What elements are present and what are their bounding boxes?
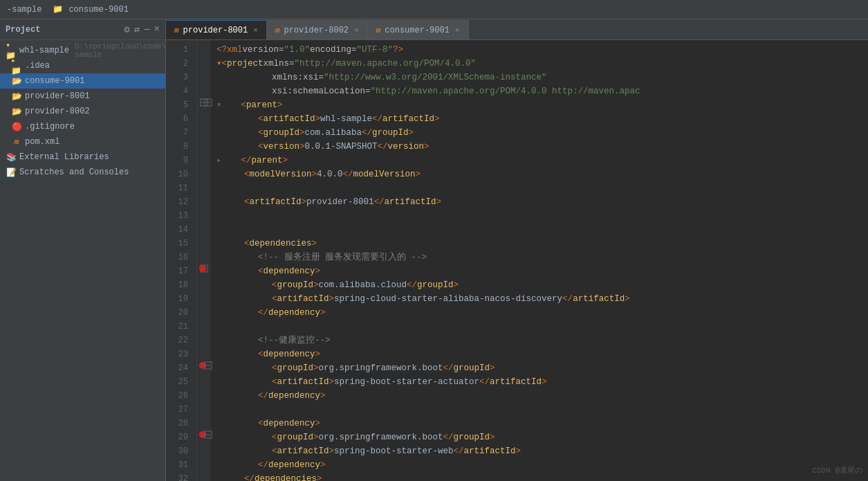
breakpoint-icon-17[interactable] [197,262,208,275]
line-num-2: 2 [166,57,194,71]
code-content[interactable]: <?xml version="1.0" encoding="UTF-8"?> ▾… [211,40,868,481]
tab-icon-consumer-9001: m [376,26,381,35]
sidebar-layout-btn[interactable]: ⇄ [134,24,140,35]
sidebar-item-gitignore[interactable]: 🔴 .gitignore [0,119,165,134]
sidebar-item-scratches[interactable]: 📝 Scratches and Consoles [0,165,165,180]
line-num-1: 1 [166,43,194,57]
xml-icon: m [11,136,22,147]
sidebar-close-btn[interactable]: × [154,24,160,35]
line-num-20: 20 [166,306,194,320]
tab-consumer-9001[interactable]: m consumer-9001 × [368,20,469,39]
line-num-24: 24 [166,361,194,375]
sidebar-tree: ▾📁 whl-sample D:\springcloud\code\whl-sa… [0,40,165,481]
code-line-18: <groupId>com.alibaba.cloud</groupId> [216,278,868,292]
code-line-32: </dependencies> [216,472,868,481]
line-num-19: 19 [166,292,194,306]
code-line-30: <artifactId>spring-boot-starter-web</art… [216,444,868,458]
code-line-7: <groupId>com.alibaba</groupId> [216,126,868,140]
line-num-27: 27 [166,403,194,417]
sidebar-item-whl-sample[interactable]: ▾📁 whl-sample D:\springcloud\code\whl-sa… [0,43,165,58]
line-num-17: 17 [166,264,194,278]
tab-icon-provider-8001: m [174,26,179,35]
tree-label-provider-8001: provider-8001 [25,91,90,101]
code-line-4: xsi:schemaLocation="http://maven.apache.… [216,84,868,98]
line-num-28: 28 [166,417,194,430]
code-line-22: <!--健康监控--> [216,334,868,347]
module-provider8002-icon: 📂 [11,106,22,117]
editor: m provider-8001 × m provider-8002 × m co… [166,19,868,481]
line-num-23: 23 [166,347,194,361]
tab-label-consumer-9001: consumer-9001 [385,26,450,35]
tab-provider-8002[interactable]: m provider-8002 × [267,20,368,39]
sidebar-item-external-libs[interactable]: 📚 External Libraries [0,149,165,165]
code-line-21 [216,320,868,334]
tree-label-scratches: Scratches and Consoles [19,167,129,177]
main-layout: Project ⚙ ⇄ — × ▾📁 whl-sample D:\springc… [0,19,868,481]
sidebar-minimize-btn[interactable]: — [144,24,149,35]
tree-label-idea: .idea [25,61,50,71]
code-line-10: <modelVersion>4.0.0</modelVersion> [216,167,868,181]
watermark: CSDN @鸢尾の [812,465,862,475]
line-num-14: 14 [166,223,194,237]
tab-label-provider-8002: provider-8002 [284,26,349,35]
line-num-13: 13 [166,209,194,223]
line-num-25: 25 [166,375,194,389]
line-num-30: 30 [166,444,194,458]
code-line-27 [216,403,868,417]
tree-label-pom: pom.xml [25,137,59,147]
tab-provider-8001[interactable]: m provider-8001 × [166,20,267,39]
module-provider8001-icon: 📂 [11,91,22,102]
tab-icon-provider-8002: m [275,26,280,35]
tab-close-provider-8002[interactable]: × [354,26,359,35]
line-num-31: 31 [166,458,194,472]
tab-close-consumer-9001[interactable]: × [455,26,460,35]
gutter-fold-29[interactable] [203,428,214,442]
line-num-18: 18 [166,278,194,292]
line-num-8: 8 [166,140,194,154]
code-line-15: <dependencies> [216,237,868,251]
code-area: 1 2 3 4 5 6 7 8 9 10 11 12 13 14 15 16 1… [166,40,868,481]
code-line-1: <?xml version="1.0" encoding="UTF-8"?> [216,43,868,57]
code-line-25: <artifactId>spring-boot-starter-actuator… [216,375,868,389]
code-line-9: ▸</parent> [216,154,868,167]
code-line-28: <dependency> [216,417,868,430]
title-bar: -sample 📁 consume-9001 [0,0,868,19]
tree-path-whl-sample: D:\springcloud\code\whl-sample [75,42,165,59]
tree-label-whl-sample: whl-sample [19,46,69,55]
code-line-31: </dependency> [216,458,868,472]
code-line-8: <version>0.0.1-SNAPSHOT</version> [216,140,868,154]
sidebar-item-idea[interactable]: ▸📁 .idea [0,58,165,73]
sidebar-item-provider-8002[interactable]: 📂 provider-8002 [0,104,165,119]
gutter [197,40,211,481]
code-line-13 [216,209,868,223]
line-num-10: 10 [166,167,194,181]
lib-icon: 📚 [6,152,17,163]
code-line-6: <artifactId>whl-sample</artifactId> [216,112,868,126]
line-num-15: 15 [166,237,194,251]
gutter-fold-23[interactable] [203,359,214,372]
code-line-14 [216,223,868,237]
tab-close-provider-8001[interactable]: × [253,26,258,35]
line-num-4: 4 [166,84,194,98]
sidebar: Project ⚙ ⇄ — × ▾📁 whl-sample D:\springc… [0,19,166,481]
line-num-6: 6 [166,112,194,126]
line-num-5: 5 [166,98,194,112]
line-num-9: 9 [166,154,194,167]
code-line-12: <artifactId>provider-8001</artifactId> [216,195,868,209]
module-consume-icon: 📂 [11,75,22,87]
scratch-icon: 📝 [6,167,17,178]
tree-label-provider-8002: provider-8002 [25,107,90,116]
code-line-5: ▾<parent> [216,98,868,112]
line-num-11: 11 [166,181,194,195]
code-line-3: xmlns:xsi="http://www.w3.org/2001/XMLSch… [216,71,868,84]
sidebar-item-pom[interactable]: m pom.xml [0,134,165,149]
line-num-32: 32 [166,472,194,481]
sidebar-item-provider-8001[interactable]: 📂 provider-8001 [0,89,165,104]
code-line-29: <groupId>org.springframework.boot</group… [216,430,868,444]
folder-icon: ▾📁 [6,45,17,56]
gutter-fold-5[interactable] [203,96,214,109]
sidebar-settings-btn[interactable]: ⚙ [124,24,129,35]
code-line-24: <groupId>org.springframework.boot</group… [216,361,868,375]
sidebar-item-consume-9001[interactable]: 📂 consume-9001 [0,73,165,89]
title-project: -sample [7,5,41,15]
